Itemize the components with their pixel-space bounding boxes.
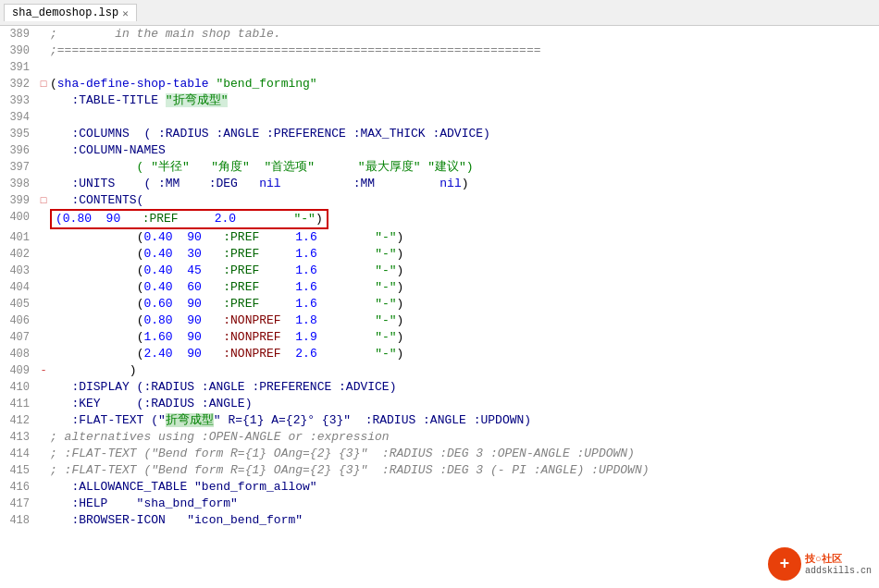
line-396: 396 :COLUMN-NAMES <box>4 142 875 159</box>
line-416: 416 :ALLOWANCE_TABLE "bend_form_allow" <box>4 479 875 496</box>
line-405: 405 (0.60 90 :PREF 1.6 "-") <box>4 296 875 312</box>
watermark-logo: + <box>768 547 801 581</box>
line-393: 393 :TABLE-TITLE "折弯成型" <box>4 92 875 109</box>
line-410: 410 :DISPLAY (:RADIUS :ANGLE :PREFERENCE… <box>4 379 875 396</box>
line-401: 401 (0.40 90 :PREF 1.6 "-") <box>4 229 875 246</box>
collapse-icon-392[interactable]: □ <box>41 79 47 90</box>
line-402: 402 (0.40 30 :PREF 1.6 "-") <box>4 246 875 263</box>
collapse-icon-399[interactable]: □ <box>41 195 47 206</box>
line-418: 418 :BROWSER-ICON "icon_bend_form" <box>4 512 875 529</box>
tab-filename: sha_demoshop.lsp <box>12 6 118 19</box>
line-400: 400 (0.80 90 :PREF 2.0 "-") <box>4 209 875 229</box>
line-411: 411 :KEY (:RADIUS :ANGLE) <box>4 396 875 412</box>
line-412: 412 :FLAT-TEXT ("折弯成型" R={1} A={2}° {3}"… <box>4 412 875 429</box>
line-415: 415 ; :FLAT-TEXT ("Bend form R={1} OAng=… <box>4 462 875 479</box>
line-397: 397 ( "半径" "角度" "首选项" "最大厚度" "建议") <box>4 159 875 176</box>
tab-close[interactable]: ✕ <box>122 7 129 19</box>
line-413: 413 ; alternatives using :OPEN-ANGLE or … <box>4 429 875 446</box>
line-403: 403 (0.40 45 :PREF 1.6 "-") <box>4 263 875 279</box>
line-391: 391 <box>4 59 875 76</box>
line-409: 409 - ) <box>4 362 875 379</box>
line-414: 414 ; :FLAT-TEXT ("Bend form R={1} OAng=… <box>4 446 875 462</box>
line-394: 394 <box>4 109 875 126</box>
line-406: 406 (0.80 90 :NONPREF 1.8 "-") <box>4 312 875 329</box>
title-tab[interactable]: sha_demoshop.lsp ✕ <box>4 4 137 21</box>
line-392: 392 □ (sha-define-shop-table "bend_formi… <box>4 76 875 92</box>
code-container: 389 ; in the main shop table. 390 ;=====… <box>0 26 879 588</box>
line-408: 408 (2.40 90 :NONPREF 2.6 "-") <box>4 346 875 362</box>
line-404: 404 (0.40 60 :PREF 1.6 "-") <box>4 279 875 296</box>
line-407: 407 (1.60 90 :NONPREF 1.9 "-") <box>4 329 875 346</box>
watermark: + 技○社区 addskills.cn <box>768 547 872 581</box>
line-399: 399 □ :CONTENTS( <box>4 192 875 209</box>
line-395: 395 :COLUMNS ( :RADIUS :ANGLE :PREFERENC… <box>4 126 875 142</box>
line-398: 398 :UNITS ( :MM :DEG nil :MM nil) <box>4 176 875 192</box>
line-417: 417 :HELP "sha_bnd_form" <box>4 496 875 512</box>
title-bar: sha_demoshop.lsp ✕ <box>0 0 879 26</box>
watermark-label: 技○社区 addskills.cn <box>805 552 872 576</box>
line-390: 390 ;===================================… <box>4 43 875 59</box>
line-389: 389 ; in the main shop table. <box>4 26 875 43</box>
code-area[interactable]: 389 ; in the main shop table. 390 ;=====… <box>0 26 879 588</box>
